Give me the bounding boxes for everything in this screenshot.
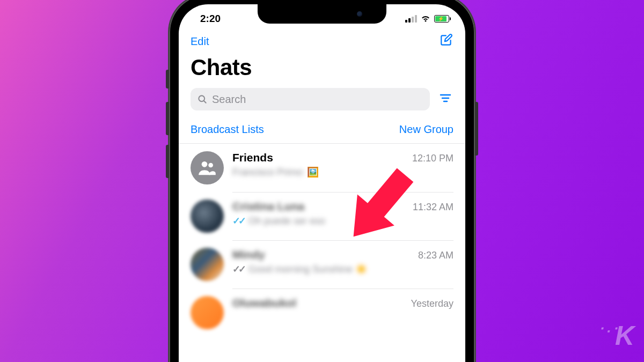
avatar	[191, 151, 224, 184]
svg-line-1	[204, 101, 206, 103]
chat-timestamp: Yesterday	[411, 298, 453, 309]
chat-timestamp: 12:10 PM	[412, 153, 453, 164]
watermark: K	[615, 320, 633, 351]
new-group-link[interactable]: New Group	[399, 123, 453, 136]
compose-button[interactable]	[440, 33, 453, 49]
chat-preview: Francisco Primo: 🖼️	[232, 166, 453, 178]
list-header-links: Broadcast Lists New Group	[179, 121, 465, 144]
chat-row[interactable]: Oluwabukol Yesterday	[179, 289, 465, 337]
search-placeholder: Search	[212, 93, 246, 106]
search-row: Search	[179, 88, 465, 121]
phone-frame: 2:20 Edit Chats Search Broadcast	[169, 0, 475, 362]
nav-bar: Edit	[179, 30, 465, 55]
chat-preview: ✓✓Good morning Sunshine ☀️	[232, 263, 453, 275]
filter-button[interactable]	[437, 91, 453, 107]
chat-name: Mindy	[232, 248, 265, 261]
avatar	[191, 200, 224, 233]
chat-name: Oluwabukol	[232, 297, 296, 309]
edit-button[interactable]: Edit	[191, 35, 209, 48]
avatar	[191, 248, 224, 281]
svg-point-6	[208, 163, 213, 168]
svg-point-5	[202, 161, 208, 167]
chat-preview: ✓✓Oh puede ser eso	[232, 215, 453, 227]
battery-icon	[434, 15, 449, 23]
chat-name: Friends	[232, 151, 273, 164]
read-receipt-icon: ✓✓	[232, 215, 244, 227]
wifi-icon	[420, 15, 431, 23]
delivered-icon: ✓✓	[232, 263, 244, 275]
status-icons	[405, 15, 449, 23]
avatar	[191, 296, 224, 329]
filter-icon	[440, 93, 451, 103]
page-title: Chats	[179, 55, 465, 88]
cellular-signal-icon	[405, 15, 417, 23]
chat-row[interactable]: Cristina Luna 11:32 AM ✓✓Oh puede ser es…	[179, 192, 465, 240]
search-input[interactable]: Search	[191, 88, 430, 110]
chat-list: Friends 12:10 PM Francisco Primo: 🖼️ Cri…	[179, 144, 465, 337]
chat-row[interactable]: Mindy 8:23 AM ✓✓Good morning Sunshine ☀️	[179, 240, 465, 289]
status-time: 2:20	[195, 13, 221, 25]
notch	[258, 4, 386, 24]
chat-name: Cristina Luna	[232, 200, 304, 213]
chat-row-friends[interactable]: Friends 12:10 PM Francisco Primo: 🖼️	[179, 144, 465, 192]
phone-screen: 2:20 Edit Chats Search Broadcast	[179, 4, 465, 362]
chat-timestamp: 11:32 AM	[413, 202, 453, 213]
compose-icon	[440, 33, 453, 47]
broadcast-lists-link[interactable]: Broadcast Lists	[191, 123, 264, 136]
chat-timestamp: 8:23 AM	[418, 250, 453, 261]
group-icon	[196, 157, 218, 179]
search-icon	[197, 94, 208, 105]
